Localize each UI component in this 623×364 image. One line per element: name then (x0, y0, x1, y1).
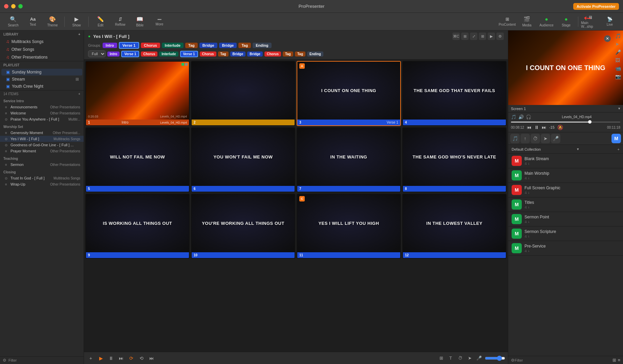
preview-tab-mic[interactable]: 🎤 (551, 134, 560, 143)
minimize-button[interactable] (11, 4, 16, 8)
preview-image-icon[interactable]: 🖼 (615, 58, 621, 63)
preview-send-icon[interactable]: ➤ (615, 41, 621, 47)
arrangement-select[interactable]: Full (88, 50, 106, 57)
preview-camera-icon[interactable]: 📷 (615, 74, 621, 79)
speaker-mute-button[interactable]: 🔕 (557, 125, 563, 130)
view-grid-button[interactable]: ⊞ (437, 355, 445, 362)
service-item-welcome[interactable]: ≡ Welcome Other Presentations (0, 110, 84, 116)
toolbar-theme[interactable]: 🎨 Theme (43, 14, 62, 29)
group-tag-verse1[interactable]: Verse 1 (119, 42, 139, 49)
collection-item-titles[interactable]: M Titles ♫ ↓ (508, 197, 623, 212)
toolbar-reflow[interactable]: ⇵ Reflow (111, 14, 129, 29)
slide-6[interactable]: YOU WON'T FAIL ME NOW 6 (191, 127, 295, 192)
preview-mic-icon[interactable]: 🎤 (615, 49, 621, 55)
sidebar-item-other-presentations[interactable]: ♫ Other Presentations (1, 53, 82, 61)
arr-tag-intro[interactable]: Intro (107, 51, 120, 57)
view-clock-button[interactable]: ⏱ (456, 355, 464, 362)
arr-tag-tag1[interactable]: Tag (218, 51, 229, 57)
fullscreen-button[interactable] (18, 4, 23, 8)
song-ctrl-c[interactable]: ⌘C (452, 33, 460, 40)
arr-tag-verse1b[interactable]: Verse 1 (180, 51, 198, 57)
preview-tab-m[interactable]: M (611, 134, 621, 143)
media-music-icon[interactable]: 🎵 (511, 114, 516, 120)
song-ctrl-more[interactable]: ⊞ (479, 33, 486, 40)
view-nav-button[interactable]: ➤ (466, 355, 473, 362)
playlist-item-youth[interactable]: ▣ Youth Crew Night (1, 83, 82, 90)
toolbar-live[interactable]: 📡 Live (601, 14, 619, 29)
arr-tag-tag3[interactable]: Tag (295, 51, 305, 57)
collection-add-icon[interactable]: + (618, 147, 620, 151)
preview-music-icon[interactable]: 🎵 (615, 33, 621, 39)
collection-item-full-screen[interactable]: M Full Screen Graphic ♫ ↓ (508, 183, 623, 197)
group-tag-ending[interactable]: Ending (253, 43, 271, 48)
library-add-icon[interactable]: + (78, 33, 80, 36)
service-item-prayer[interactable]: ≡ Prayer Moment Other Presentations (0, 148, 84, 154)
collection-item-pre-service[interactable]: M Pre-Service ♫ ↓ (508, 241, 623, 256)
progress-bar[interactable] (511, 122, 620, 123)
chevron-down-icon[interactable]: ▾ (618, 106, 620, 111)
preview-tab-nav[interactable]: ➤ (541, 134, 550, 143)
arr-tag-interlude[interactable]: Interlude (159, 51, 178, 57)
song-ctrl-grid[interactable]: ⊞ (461, 33, 469, 40)
slide-5[interactable]: WILL NOT FAIL ME NOW 5 (85, 127, 190, 192)
toolbar-more[interactable]: ••• More (150, 14, 169, 29)
toolbar-procontent[interactable]: ⊞ ProContent (498, 14, 516, 29)
slide-3[interactable]: A I COUNT ON ONE THING 3 Verse 1 (297, 61, 401, 126)
group-tag-intro[interactable]: Intro (103, 43, 117, 48)
skip-15-button[interactable]: -15 (549, 125, 555, 129)
loop2-button[interactable]: ⟲ (137, 354, 146, 362)
view-text-button[interactable]: T (447, 355, 454, 362)
song-ctrl-play[interactable]: ▶ (488, 33, 495, 40)
service-item-praise[interactable]: ⊙ Praise You Anywhere - [ Full ] Multitr… (0, 116, 84, 122)
pause-transport-button[interactable]: ⏸ (534, 125, 539, 130)
service-item-wrapup[interactable]: ≡ Wrap-Up Other Presentations (0, 181, 84, 187)
playlist-item-sunday[interactable]: ▣ Sunday Morning (1, 69, 82, 76)
toolbar-text[interactable]: Aa Text (24, 14, 42, 29)
arr-tag-verse1[interactable]: Verse 1 (121, 51, 139, 57)
preview-tab-music[interactable]: 🎵 (510, 134, 520, 143)
group-tag-tag2[interactable]: Tag (238, 43, 251, 48)
preview-tab-send[interactable]: ↑ (520, 134, 530, 143)
fast-forward-button[interactable]: ⏭ (542, 125, 546, 130)
service-item-yesiWill[interactable]: ⊙ Yes I Will - [ Full ] Multitracks Song… (0, 136, 84, 142)
toolbar-audience[interactable]: ● Audience (537, 14, 556, 29)
skip-forward-button[interactable]: ⏭ (117, 354, 125, 362)
slide-1[interactable]: 0:20.03 Levels_04_HD.mp4 1 Intro Levels_… (85, 61, 190, 126)
collection-item-sermon-scripture[interactable]: M Sermon Scripture ♫ ↓ (508, 227, 623, 241)
arr-tag-chorus2[interactable]: Chorus (200, 51, 216, 57)
slide-4[interactable]: THE SAME GOD THAT NEVER FAILS 4 (402, 61, 507, 126)
arr-tag-chorus1[interactable]: Chorus (141, 51, 157, 57)
group-tag-bridge1[interactable]: Bridge (199, 43, 217, 48)
slide-2[interactable]: 2 (191, 61, 295, 126)
preview-list-view-button[interactable]: ≡ (618, 358, 620, 363)
playlist-item-stream[interactable]: ▣ Stream ⊞ (1, 76, 82, 83)
collection-chevron-icon[interactable]: ▾ (577, 147, 579, 151)
progress-handle[interactable] (588, 120, 592, 124)
song-ctrl-expand[interactable]: ⤢ (470, 33, 477, 40)
zoom-slider[interactable] (485, 356, 505, 361)
collection-item-blank-stream[interactable]: M Blank Stream ♫ ↓ (508, 154, 623, 168)
arr-tag-bridge2[interactable]: Bridge (247, 51, 263, 57)
sidebar-item-multitracks[interactable]: ♫ Multitracks Songs (1, 38, 82, 45)
service-item-generosity[interactable]: ≡ Generosity Moment Other Presentati... (0, 130, 84, 136)
slide-12[interactable]: IN THE LOWEST VALLEY 12 (402, 194, 507, 259)
arr-tag-tag2[interactable]: Tag (283, 51, 293, 57)
slide-11[interactable]: C YES I WILL LIFT YOU HIGH 11 (297, 194, 401, 259)
service-item-trustInGod[interactable]: ⊙ Trust In God - [ Full ] Multitracks So… (0, 175, 84, 181)
group-tag-bridge2[interactable]: Bridge (219, 43, 237, 48)
skip-end-button[interactable]: ⏭ (148, 354, 156, 362)
preview-tab-clock[interactable]: ⏱ (531, 134, 540, 143)
close-button[interactable] (4, 4, 8, 8)
loop-button[interactable]: ⟳ (127, 354, 135, 362)
arr-tag-ending[interactable]: Ending (307, 51, 323, 57)
preview-video-icon[interactable]: 📹 (615, 66, 621, 71)
toolbar-bible[interactable]: 📖 Bible (131, 14, 149, 29)
rewind-button[interactable]: ⏮ (527, 125, 532, 130)
preview-grid-view-button[interactable]: ⊞ (613, 358, 616, 363)
group-tag-chorus[interactable]: Chorus (141, 43, 160, 48)
group-tag-tag[interactable]: Tag (185, 43, 198, 48)
toolbar-show[interactable]: ▶ Show (67, 14, 86, 29)
collection-item-main-worship[interactable]: M Main Worship ♫ ↓ (508, 168, 623, 183)
service-item-goodness[interactable]: ⊙ Goodness of God-One Line - [ Full ] ..… (0, 142, 84, 148)
arr-tag-chorus3[interactable]: Chorus (264, 51, 281, 57)
